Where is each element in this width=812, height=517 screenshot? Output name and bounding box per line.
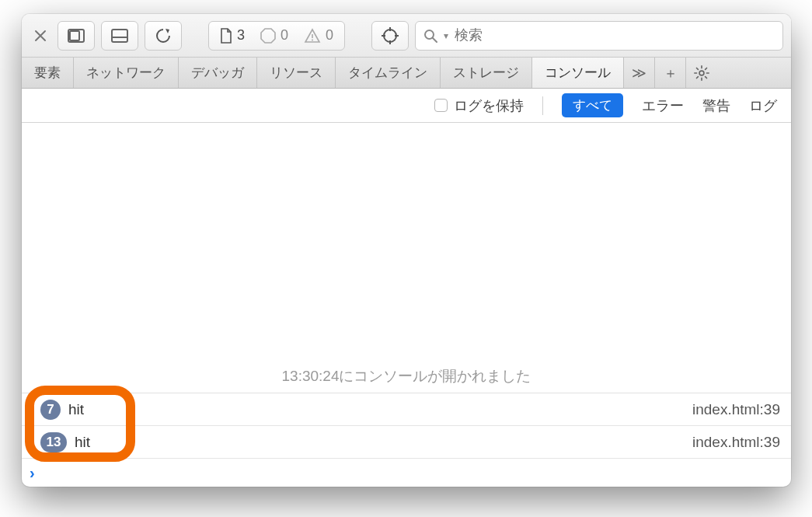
console-filter-bar: ログを保持 すべて エラー 警告 ログ <box>22 89 791 123</box>
tab-storage[interactable]: ストレージ <box>441 58 532 88</box>
filter-warnings[interactable]: 警告 <box>702 96 730 115</box>
devtools-window: 3 0 0 ▾ 要素 ネットワーク デバッガ リソース タイムライン スト <box>22 14 791 487</box>
dock-bottom-button[interactable] <box>101 21 138 51</box>
svg-rect-2 <box>112 30 127 42</box>
tab-network[interactable]: ネットワーク <box>74 58 179 88</box>
chevron-right-icon: › <box>30 464 35 482</box>
error-counter[interactable]: 0 <box>260 27 288 44</box>
log-text: hit <box>68 401 84 418</box>
tab-timeline[interactable]: タイムライン <box>336 58 441 88</box>
error-count-value: 0 <box>281 27 288 44</box>
console-opened-message: 13:30:24にコンソールが開かれました <box>22 357 791 393</box>
resource-counter[interactable]: 3 <box>220 27 245 44</box>
preserve-log-label: ログを保持 <box>454 96 524 115</box>
triangle-warning-icon <box>304 28 321 44</box>
tabs-overflow-button[interactable]: ≫ <box>624 58 655 88</box>
document-icon <box>220 28 232 44</box>
svg-point-14 <box>699 71 704 75</box>
gear-icon <box>693 65 710 82</box>
reload-button[interactable] <box>145 21 182 51</box>
svg-point-6 <box>312 39 313 40</box>
settings-button[interactable] <box>686 58 717 88</box>
warning-count-value: 0 <box>326 27 333 44</box>
preserve-log-checkbox[interactable]: ログを保持 <box>434 96 524 115</box>
tabs-row: 要素 ネットワーク デバッガ リソース タイムライン ストレージ コンソール ≫… <box>22 58 791 89</box>
crosshair-icon <box>381 26 399 45</box>
log-text: hit <box>75 434 90 451</box>
close-button[interactable] <box>30 29 51 43</box>
svg-rect-1 <box>70 31 79 40</box>
warning-counter[interactable]: 0 <box>304 27 333 44</box>
toolbar: 3 0 0 ▾ <box>22 14 791 58</box>
tab-console[interactable]: コンソール <box>532 58 624 88</box>
element-inspect-button[interactable] <box>371 21 409 51</box>
svg-line-13 <box>433 38 437 42</box>
svg-point-7 <box>384 30 396 42</box>
checkbox-box[interactable] <box>434 99 448 112</box>
chevron-down-icon: ▾ <box>444 30 448 41</box>
resource-count-value: 3 <box>237 27 245 44</box>
octagon-icon <box>260 28 276 44</box>
search-input[interactable] <box>455 27 775 44</box>
source-link[interactable]: index.html:39 <box>692 401 780 418</box>
repeat-count-badge: 7 <box>40 400 61 420</box>
filter-errors[interactable]: エラー <box>642 96 684 115</box>
log-row[interactable]: ⋮⋮ 7 hit index.html:39 <box>22 393 791 426</box>
repeat-count-badge: 13 <box>40 432 67 452</box>
filter-logs[interactable]: ログ <box>749 96 777 115</box>
search-icon <box>423 29 437 43</box>
status-counters[interactable]: 3 0 0 <box>208 21 345 51</box>
filter-all[interactable]: すべて <box>562 93 623 117</box>
search-field[interactable]: ▾ <box>415 21 783 51</box>
source-link[interactable]: index.html:39 <box>692 434 780 451</box>
tab-resources[interactable]: リソース <box>257 58 336 88</box>
tab-elements[interactable]: 要素 <box>22 58 74 88</box>
drag-grip-icon: ⋮⋮ <box>28 436 36 449</box>
tab-debugger[interactable]: デバッガ <box>179 58 257 88</box>
divider <box>542 96 543 115</box>
console-prompt[interactable]: › <box>22 459 791 487</box>
console-body: 13:30:24にコンソールが開かれました ⋮⋮ 7 hit index.htm… <box>22 123 791 487</box>
log-row[interactable]: ⋮⋮ 13 hit index.html:39 <box>22 426 791 459</box>
drag-grip-icon: ⋮⋮ <box>28 403 36 416</box>
dock-side-button[interactable] <box>58 21 95 51</box>
tabs-add-button[interactable]: ＋ <box>655 58 686 88</box>
svg-marker-4 <box>261 29 275 43</box>
